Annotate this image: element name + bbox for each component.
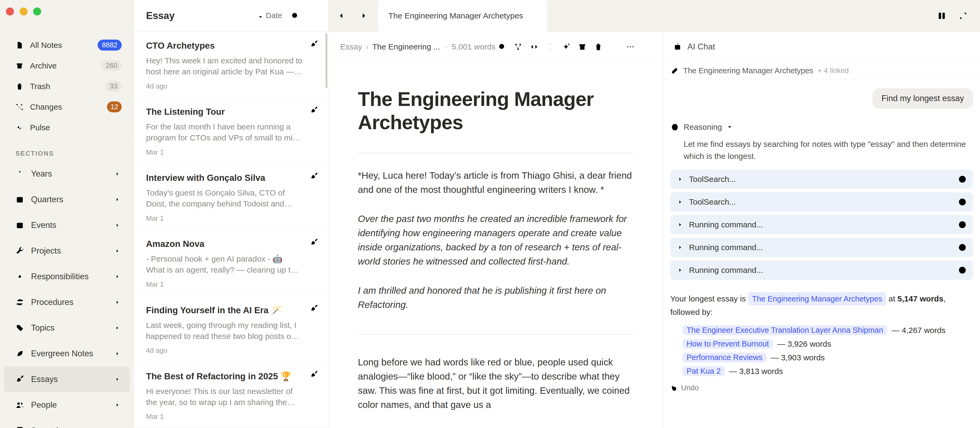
answer-text: at (889, 294, 895, 303)
search-icon[interactable] (290, 11, 300, 21)
minimize-window-button[interactable] (19, 8, 27, 16)
paragraph: Long before we had words like red or blu… (358, 355, 634, 412)
breadcrumb-note[interactable]: The Engineering ... (372, 42, 440, 51)
note-card[interactable]: CTO Archetypes Hey! This week I am excit… (134, 32, 328, 98)
settings-sliders-icon[interactable] (609, 42, 619, 52)
answer-word-count: 5,147 words (897, 294, 943, 303)
sidebar-item-all-notes[interactable]: All Notes 8882 (0, 35, 134, 56)
note-link-chip[interactable]: The Engineering Manager Archetypes (748, 292, 886, 306)
note-preview: Last week, going through my reading list… (146, 320, 302, 342)
sidebar-section-responsibilities[interactable]: Responsibilities (4, 264, 130, 290)
search-icon[interactable] (497, 42, 507, 52)
code-icon[interactable] (529, 42, 539, 52)
sidebar-section-topics[interactable]: Topics (4, 315, 130, 341)
tool-call-label: Running command... (689, 243, 763, 252)
divider (358, 334, 634, 335)
section-label: Events (31, 220, 56, 230)
sidebar-item-archive[interactable]: Archive 260 (0, 56, 134, 76)
tool-call-row[interactable]: ToolSearch... (670, 170, 973, 189)
sidebar-section-years[interactable]: Years (4, 161, 130, 187)
text-cursor-icon[interactable] (546, 42, 555, 52)
new-tab-button[interactable] (915, 11, 926, 21)
brain-icon (670, 123, 679, 132)
breadcrumb[interactable]: Essay › The Engineering ... · 5,001 word… (340, 42, 496, 51)
split-view-button[interactable] (937, 11, 947, 21)
trash-icon[interactable] (593, 42, 603, 52)
note-link-chip[interactable]: Pat Kua 2 (682, 366, 725, 376)
tool-call-row[interactable]: Running command... (670, 215, 973, 234)
sidebar-section-journal[interactable]: Journal (4, 418, 130, 428)
ai-sparkle-icon[interactable] (562, 42, 571, 52)
wrench-icon (15, 246, 25, 256)
note-card[interactable]: The Listening Tour For the last month I … (134, 98, 328, 164)
context-linked-count[interactable]: + 4 linked (818, 67, 849, 75)
sidebar-section-procedures[interactable]: Procedures (4, 290, 130, 315)
tool-call-row[interactable]: Running command... (670, 238, 973, 257)
note-title: Interview with Gonçalo Silva (146, 173, 302, 183)
tool-call-label: Running command... (689, 220, 763, 229)
changes-icon (15, 102, 24, 111)
note-link-chip[interactable]: How to Prevent Burnout (682, 339, 773, 349)
editor-toolbar: Essay › The Engineering ... · 5,001 word… (328, 32, 663, 62)
note-card[interactable]: The Best of Refactoring in 2025 🏆 Hi eve… (134, 362, 328, 428)
note-preview: Hi everyone! This is our last newsletter… (146, 386, 302, 408)
back-button[interactable] (337, 11, 348, 21)
sidebar-section-evergreen-notes[interactable]: Evergreen Notes (4, 341, 130, 366)
more-options-icon[interactable] (625, 42, 635, 52)
word-count: 5,001 words (452, 42, 495, 51)
note-card[interactable]: Amazon Nova - Personal hook + gen AI par… (134, 230, 328, 296)
sidebar-section-quarters[interactable]: Quarters (4, 187, 130, 212)
ai-answer: Your longest essay is The Engineering Ma… (670, 292, 973, 318)
note-card[interactable]: Finding Yourself in the AI Era 🪄 Last we… (134, 296, 328, 362)
note-editor[interactable]: The Engineering Manager Archetypes *Hey,… (328, 62, 663, 412)
sidebar-item-changes[interactable]: Changes 12 (0, 97, 134, 117)
tool-call-row[interactable]: Running command... (670, 261, 973, 280)
tool-call-row[interactable]: ToolSearch... (670, 193, 973, 212)
note-date: Mar 1 (146, 280, 302, 289)
context-note-title[interactable]: The Engineering Manager Archetypes (683, 66, 813, 75)
zoom-window-button[interactable] (33, 8, 41, 16)
new-note-button[interactable] (308, 11, 318, 21)
breadcrumb-root[interactable]: Essay (340, 42, 362, 51)
archive-icon[interactable] (578, 42, 587, 52)
count-badge: 33 (105, 81, 122, 92)
section-label: Projects (31, 246, 61, 256)
chevron-right-icon (677, 199, 684, 205)
result-word-count: — 3,926 words (777, 339, 831, 348)
close-chat-button[interactable] (960, 42, 969, 52)
note-title: Amazon Nova (146, 239, 302, 249)
sort-by-date-button[interactable]: Date (257, 11, 282, 20)
note-link-chip[interactable]: Performance Reviews (682, 353, 767, 363)
divider (358, 153, 634, 153)
chevron-right-icon (114, 196, 121, 203)
sections-filter-icon[interactable] (112, 149, 121, 158)
chevron-right-icon (114, 222, 121, 228)
note-link-chip[interactable]: The Engineer Executive Translation Layer… (682, 325, 887, 335)
reasoning-toggle[interactable]: Reasoning (670, 123, 973, 132)
sidebar-item-trash[interactable]: Trash 33 (0, 76, 134, 97)
app-window: All Notes 8882 Archive 260 Trash 33 Chan… (0, 0, 980, 428)
close-window-button[interactable] (6, 8, 14, 16)
sidebar-section-projects[interactable]: Projects (4, 238, 130, 264)
chat-context-row[interactable]: The Engineering Manager Archetypes + 4 l… (663, 62, 980, 80)
note-date: 4d ago (146, 347, 302, 355)
sidebar-section-events[interactable]: Events (4, 212, 130, 238)
success-check-icon (958, 220, 967, 229)
people-icon (15, 400, 25, 410)
sidebar-section-people[interactable]: People (4, 392, 130, 418)
note-card[interactable]: Interview with Gonçalo Silva Today's gue… (134, 164, 328, 230)
forward-button[interactable] (357, 11, 368, 21)
new-chat-button[interactable] (938, 42, 948, 52)
trash-icon (15, 82, 24, 91)
essay-paintbrush-icon (309, 370, 318, 379)
sidebar-item-pulse[interactable]: Pulse (0, 117, 134, 138)
scrollbar-thumb[interactable] (326, 33, 328, 88)
chevron-right-icon (677, 267, 684, 274)
expand-button[interactable] (958, 11, 968, 21)
graph-view-icon[interactable] (513, 42, 523, 52)
tab-engineering-manager-archetypes[interactable]: The Engineering Manager Archetypes (378, 0, 547, 32)
robot-icon (672, 42, 682, 52)
undo-button[interactable]: Undo (670, 383, 973, 392)
sidebar-section-essays[interactable]: Essays (4, 366, 130, 392)
close-tab-icon[interactable] (530, 12, 537, 19)
